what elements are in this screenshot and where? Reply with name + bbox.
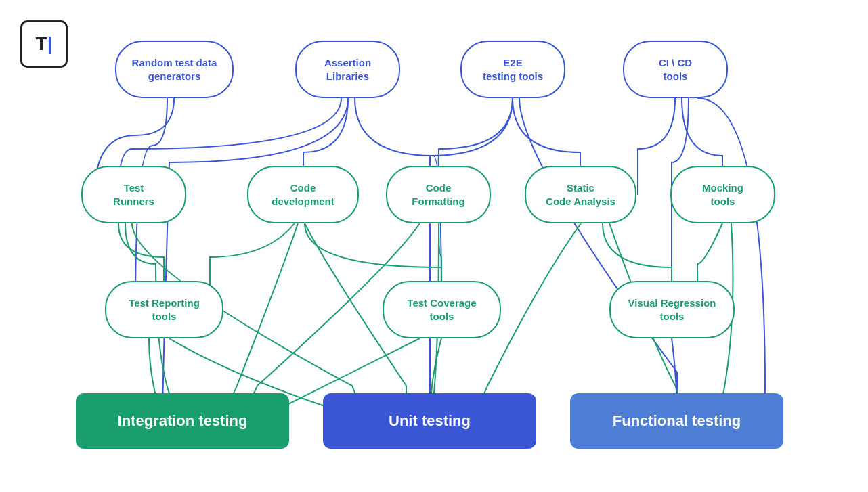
- mocking-tools-node: Mocking tools: [670, 166, 775, 223]
- assertion-lib-node: Assertion Libraries: [295, 41, 400, 98]
- ci-cd-node: CI \ CD tools: [623, 41, 728, 98]
- logo-icon: T|: [20, 20, 68, 68]
- random-test-node: Random test data generators: [115, 41, 234, 98]
- test-coverage-node: Test Coverage tools: [383, 281, 501, 338]
- test-reporting-node: Test Reporting tools: [105, 281, 223, 338]
- static-analysis-node: Static Code Analysis: [525, 166, 636, 223]
- code-dev-node: Code development: [247, 166, 359, 223]
- test-runners-node: Test Runners: [81, 166, 186, 223]
- e2e-testing-node: E2E testing tools: [460, 41, 565, 98]
- code-format-node: Code Formatting: [386, 166, 491, 223]
- visual-regression-node: Visual Regression tools: [609, 281, 735, 338]
- integration-testing-bar: Integration testing: [76, 393, 289, 449]
- functional-testing-bar: Functional testing: [570, 393, 783, 449]
- unit-testing-bar: Unit testing: [323, 393, 536, 449]
